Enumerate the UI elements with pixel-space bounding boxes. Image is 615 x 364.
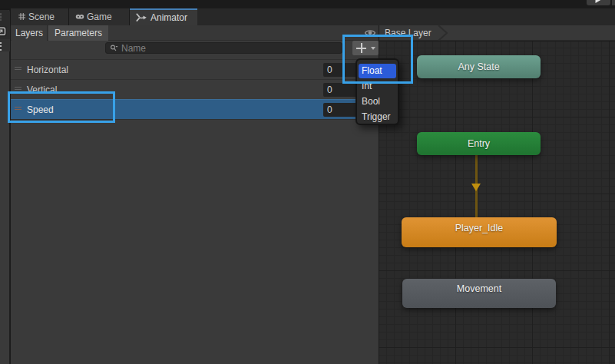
breadcrumb-bar: Base Layer (379, 25, 615, 41)
play-button[interactable] (587, 0, 610, 5)
node-any-state[interactable]: Any State (417, 55, 541, 78)
dock-tabstrip: Scene Game Animator (0, 8, 615, 25)
dots-icon (0, 19, 2, 21)
parameter-row-horizontal[interactable]: Horizontal 0 (11, 59, 379, 79)
search-input[interactable]: Name (105, 42, 342, 54)
animator-window: Scene Game Animator (0, 0, 615, 364)
search-icon (110, 44, 118, 52)
play-icon (594, 0, 601, 3)
transition-arrowhead-icon (471, 184, 481, 191)
pause-button[interactable] (612, 0, 615, 5)
menu-item-trigger[interactable]: Trigger (359, 110, 396, 124)
panel-toolbar: Layers Parameters (11, 25, 379, 41)
dots-icon (0, 49, 2, 51)
grid-icon (18, 12, 26, 22)
node-movement[interactable]: Movement (402, 279, 556, 308)
node-player-idle[interactable]: Player_Idle (402, 217, 557, 247)
menu-item-bool[interactable]: Bool (359, 94, 396, 109)
drag-handle-icon[interactable] (15, 67, 21, 70)
parameter-name: Horizontal (27, 65, 68, 75)
left-edge-strip (0, 10, 10, 364)
maximize-icon[interactable] (0, 26, 9, 38)
tab-animator[interactable]: Animator (130, 8, 197, 25)
tab-layers[interactable]: Layers (12, 25, 48, 41)
graph-grid[interactable] (379, 41, 615, 364)
tab-scene[interactable]: Scene (11, 8, 68, 25)
search-placeholder: Name (121, 43, 146, 54)
breadcrumb-chevron-icon (438, 25, 448, 41)
dots-icon (0, 16, 2, 18)
tab-parameters[interactable]: Parameters (48, 25, 108, 41)
gamepad-icon (75, 12, 84, 22)
tabstrip-empty (197, 8, 615, 25)
drag-handle-icon[interactable] (15, 87, 21, 90)
parameters-panel: Layers Parameters Name (11, 25, 379, 364)
tab-game-label: Game (87, 12, 112, 22)
dots-icon (0, 13, 2, 15)
dots-icon (0, 42, 2, 44)
annotation-box-add-button (342, 35, 413, 84)
annotation-box-speed-row (8, 91, 115, 123)
editor-topbar (0, 0, 615, 8)
tab-game[interactable]: Game (69, 8, 129, 25)
tab-scene-label: Scene (28, 12, 55, 22)
tab-animator-label: Animator (150, 12, 187, 23)
node-entry[interactable]: Entry (417, 132, 541, 155)
animator-icon (136, 13, 147, 22)
dots-icon (0, 45, 2, 47)
